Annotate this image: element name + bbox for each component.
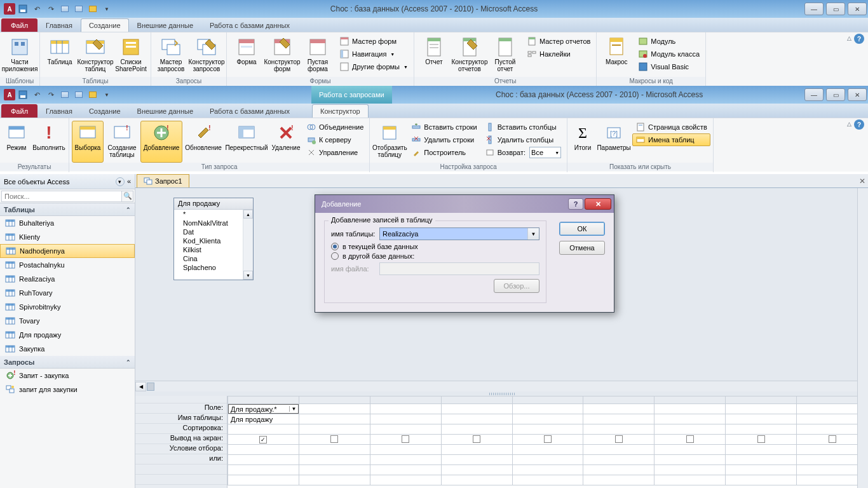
field-cell[interactable]: Для продажу.*▼: [228, 404, 299, 414]
tab-create[interactable]: Создание: [81, 18, 129, 32]
make-table-button[interactable]: !Созданиетаблицы: [105, 121, 139, 163]
form-button[interactable]: Форма: [229, 35, 264, 77]
navigation-button[interactable]: Навигация▼: [336, 48, 411, 60]
insert-rows-button[interactable]: Вставить строки: [408, 121, 480, 133]
minimize-ribbon-icon[interactable]: △: [847, 121, 851, 127]
form-design-button[interactable]: Конструкторформ: [265, 35, 299, 77]
qat-redo-icon[interactable]: ↷: [44, 3, 57, 15]
nav-header[interactable]: Все объекты Access▾«: [0, 174, 135, 189]
union-button[interactable]: Объединение: [303, 121, 367, 133]
tab-database[interactable]: Работа с базами данных: [201, 18, 298, 32]
field-item[interactable]: Kilkist: [174, 245, 253, 254]
table-names-button[interactable]: Имена таблиц: [632, 133, 710, 146]
run-button[interactable]: !Выполнить: [32, 121, 66, 163]
visual-basic-button[interactable]: Visual Basic: [635, 60, 703, 73]
labels-button[interactable]: Наклейки: [524, 48, 593, 60]
property-sheet-button[interactable]: Страница свойств: [632, 121, 710, 133]
tab-database[interactable]: Работа с базами данных: [201, 104, 298, 118]
nav-table-item[interactable]: RuhTovary: [0, 286, 135, 300]
view-button[interactable]: Режим: [3, 121, 31, 163]
nav-table-item[interactable]: Nadhodjennya: [0, 244, 135, 258]
ok-button[interactable]: ОК: [559, 222, 605, 236]
field-item[interactable]: NomNaklVitrat: [174, 219, 253, 227]
grid-cells[interactable]: Для продажу.*▼ Для продажу ✓: [227, 396, 868, 488]
report-design-button[interactable]: Конструкторотчетов: [452, 35, 487, 77]
show-table-button[interactable]: Отобразитьтаблицу: [372, 121, 407, 163]
module-button[interactable]: Модуль: [635, 35, 703, 48]
close-button[interactable]: ✕: [848, 3, 867, 15]
select-query-button[interactable]: Выборка: [72, 121, 104, 163]
nav-group-queries[interactable]: Запросы⌃: [0, 356, 135, 369]
qat-btn[interactable]: [58, 88, 71, 101]
table-button[interactable]: Таблица: [43, 35, 77, 77]
tab-home[interactable]: Главная: [37, 18, 81, 32]
field-list[interactable]: Для продажу *NomNaklVitratDatKod_Klienta…: [173, 198, 254, 280]
qat-btn[interactable]: [86, 3, 99, 15]
scroll-left-icon[interactable]: ◀: [135, 382, 146, 391]
tab-file[interactable]: Файл: [1, 104, 37, 118]
crosstab-query-button[interactable]: Перекрестный: [224, 121, 269, 163]
other-forms-button[interactable]: Другие формы▼: [336, 60, 411, 73]
nav-table-item[interactable]: Buhalteriya: [0, 216, 135, 230]
show-checkbox[interactable]: ✓: [259, 436, 267, 444]
search-input[interactable]: [1, 191, 122, 202]
qat-save-icon[interactable]: [17, 88, 29, 101]
close-button[interactable]: ✕: [848, 88, 867, 101]
doc-tab-query[interactable]: Запрос1: [137, 174, 189, 187]
update-query-button[interactable]: !Обновление: [184, 121, 223, 163]
delete-query-button[interactable]: !Удаление: [270, 121, 302, 163]
show-checkbox[interactable]: [686, 435, 694, 443]
tab-external[interactable]: Внешние данные: [129, 104, 201, 118]
field-item[interactable]: Splacheno: [174, 263, 253, 272]
nav-filter-icon[interactable]: ▾: [116, 177, 125, 186]
nav-table-item[interactable]: Для продажу: [0, 328, 135, 342]
show-checkbox[interactable]: [544, 435, 552, 443]
table-name-input[interactable]: [380, 228, 527, 240]
builder-button[interactable]: Построитель: [408, 146, 480, 159]
field-item[interactable]: Dat: [174, 227, 253, 236]
blank-report-button[interactable]: Пустойотчет: [488, 35, 522, 77]
report-wizard-button[interactable]: Мастер отчетов: [524, 35, 593, 48]
minimize-ribbon-icon[interactable]: △: [847, 35, 851, 41]
show-checkbox[interactable]: [615, 435, 623, 443]
vscroll[interactable]: [857, 188, 868, 488]
nav-group-tables[interactable]: Таблицы⌃: [0, 203, 135, 216]
nav-table-item[interactable]: Tovary: [0, 314, 135, 328]
sharepoint-lists-button[interactable]: СпискиSharePoint: [114, 35, 148, 77]
show-checkbox[interactable]: [473, 435, 480, 443]
scroll-up-icon[interactable]: ▲: [243, 210, 253, 219]
nav-table-item[interactable]: Postachalnyku: [0, 258, 135, 272]
dialog-close-button[interactable]: ✕: [585, 198, 611, 210]
qat-btn[interactable]: [86, 88, 99, 101]
data-definition-button[interactable]: Управление: [303, 146, 367, 159]
return-button[interactable]: Возврат:Все▼: [482, 146, 564, 159]
dialog-titlebar[interactable]: Добавление ?✕: [315, 195, 614, 213]
tab-designer[interactable]: Конструктор: [312, 104, 369, 118]
table-design-button[interactable]: Конструктортаблиц: [78, 35, 112, 77]
nav-query-item[interactable]: !Запит - закупка: [0, 369, 135, 383]
tab-home[interactable]: Главная: [37, 104, 81, 118]
scroll-down-icon[interactable]: ▼: [243, 271, 253, 280]
minimize-button[interactable]: —: [804, 88, 824, 101]
query-design-button[interactable]: Конструкторзапросов: [189, 35, 224, 77]
radio-icon[interactable]: [331, 243, 339, 250]
maximize-button[interactable]: ▭: [826, 88, 845, 101]
qat-redo-icon[interactable]: ↷: [44, 88, 57, 101]
app-parts-button[interactable]: Частиприложения: [3, 35, 37, 77]
qat-undo-icon[interactable]: ↶: [31, 3, 43, 15]
insert-cols-button[interactable]: Вставить столбцы: [482, 121, 564, 133]
minimize-button[interactable]: —: [804, 3, 824, 15]
sort-cell[interactable]: [228, 424, 299, 435]
dialog-help-button[interactable]: ?: [568, 198, 583, 210]
show-checkbox[interactable]: [829, 435, 836, 443]
qat-dropdown-icon[interactable]: ▼: [100, 3, 113, 15]
tab-create[interactable]: Создание: [81, 104, 129, 118]
maximize-button[interactable]: ▭: [826, 3, 845, 15]
field-item[interactable]: Kod_Klienta: [174, 236, 253, 245]
nav-query-item[interactable]: запит для закупки: [0, 383, 135, 396]
qat-btn[interactable]: [58, 3, 71, 15]
show-checkbox[interactable]: [402, 435, 409, 443]
qat-btn[interactable]: [72, 88, 85, 101]
macro-button[interactable]: Макрос: [599, 35, 634, 77]
field-item[interactable]: *: [174, 210, 253, 219]
